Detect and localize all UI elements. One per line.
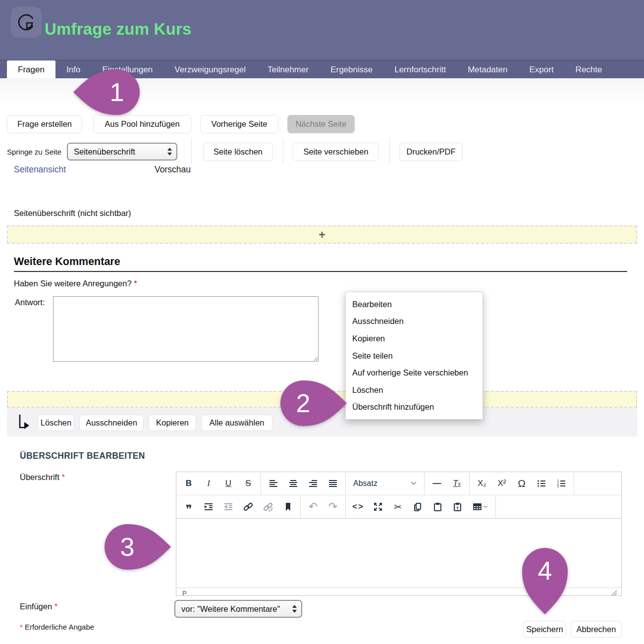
- menu-item-bearbeiten[interactable]: Bearbeiten: [346, 296, 483, 313]
- jump-to-page-select[interactable]: Seitenüberschrift: [67, 143, 177, 161]
- bullet-list-icon[interactable]: [532, 474, 551, 493]
- tab-export[interactable]: Export: [518, 60, 564, 79]
- clear-formatting-x: x: [458, 481, 461, 486]
- delete-page-button[interactable]: Seite löschen: [203, 143, 273, 161]
- anchor-bookmark-icon[interactable]: [278, 497, 298, 517]
- menu-item-ausschneiden[interactable]: Ausschneiden: [346, 313, 483, 330]
- create-question-button[interactable]: Frage erstellen: [7, 115, 82, 133]
- annotation-marker-1: 1: [73, 67, 143, 117]
- add-block-dropzone[interactable]: +: [7, 225, 637, 244]
- previous-page-button[interactable]: Vorherige Seite: [200, 115, 278, 133]
- next-page-button[interactable]: Nächste Seite: [287, 115, 355, 133]
- app-header: Umfrage zum Kurs: [0, 0, 644, 60]
- tab-fragen[interactable]: Fragen: [7, 60, 55, 79]
- question-label: Haben Sie weitere Anregungen?: [14, 279, 132, 288]
- insert-position-select[interactable]: vor: "Weitere Kommentare": [174, 600, 302, 618]
- editor-toolbar-row2: ❞ ↶ ↷: [176, 495, 621, 519]
- page-title: Umfrage zum Kurs: [45, 20, 192, 39]
- indent-icon[interactable]: [199, 497, 218, 517]
- menu-item-kopieren[interactable]: Kopieren: [346, 330, 483, 347]
- tab-verzweigungsregel[interactable]: Verzweigungsregel: [163, 60, 257, 79]
- numbered-list-icon[interactable]: 123: [551, 474, 571, 493]
- annotation-marker-2: 2: [277, 378, 347, 428]
- subtab-vorschau[interactable]: Vorschau: [155, 164, 191, 175]
- menu-item-ueberschrift-hinzufuegen[interactable]: Überschrift hinzufügen: [346, 399, 483, 416]
- menu-item-seite-teilen[interactable]: Seite teilen: [346, 347, 483, 365]
- justify-icon[interactable]: [323, 474, 343, 493]
- add-from-pool-button[interactable]: Aus Pool hinzufügen: [93, 115, 191, 133]
- copy-icon[interactable]: [408, 497, 428, 517]
- tab-lernfortschritt[interactable]: Lernfortschritt: [383, 60, 457, 79]
- section-title: ÜBERSCHRIFT BEARBEITEN: [20, 451, 145, 461]
- outdent-icon[interactable]: [218, 497, 238, 517]
- move-page-button[interactable]: Seite verschieben: [293, 143, 379, 161]
- source-code-icon[interactable]: <>: [348, 497, 368, 517]
- save-button[interactable]: Speichern: [523, 621, 566, 638]
- page-header-note: Seitenüberschrift (nicht sichtbar): [14, 209, 131, 218]
- tab-rechte[interactable]: Rechte: [565, 60, 613, 79]
- app-logo[interactable]: [11, 7, 42, 38]
- paste-icon[interactable]: [428, 497, 447, 517]
- required-asterisk: *: [61, 473, 64, 482]
- tab-teilnehmer[interactable]: Teilnehmer: [257, 60, 320, 79]
- cancel-button[interactable]: Abbrechen: [571, 621, 622, 638]
- required-asterisk: *: [54, 602, 57, 611]
- jump-to-page-value: Seitenüberschrift: [74, 147, 135, 157]
- align-center-icon[interactable]: [283, 474, 303, 493]
- clear-formatting-t: T: [453, 479, 458, 488]
- move-target-arrow-icon: [16, 413, 32, 431]
- subscript-icon[interactable]: X₂: [472, 474, 492, 493]
- menu-item-loeschen[interactable]: Löschen: [346, 381, 483, 399]
- unlink-icon[interactable]: [258, 497, 278, 517]
- answer-textarea[interactable]: [53, 296, 319, 362]
- align-right-icon[interactable]: [303, 474, 323, 493]
- selection-select-all-button[interactable]: Alle auswählen: [201, 415, 272, 431]
- paragraph-format-value: Absatz: [353, 479, 377, 488]
- chevron-down-icon: [483, 505, 488, 508]
- annotation-marker-3: 3: [102, 522, 171, 572]
- select-stepper-icon: [167, 147, 172, 156]
- resize-handle-icon[interactable]: [611, 590, 617, 596]
- menu-item-auf-vorherige-seite[interactable]: Auf vorherige Seite verschieben: [346, 364, 483, 381]
- subtab-seitenansicht[interactable]: Seitenansicht: [14, 164, 66, 175]
- align-left-icon[interactable]: [264, 474, 283, 493]
- underline-icon[interactable]: U: [218, 474, 238, 493]
- clear-formatting-icon[interactable]: Tx: [447, 474, 467, 493]
- svg-text:2: 2: [296, 389, 311, 418]
- special-character-icon[interactable]: Ω: [512, 474, 532, 493]
- question-title: Weitere Kommentare: [14, 256, 120, 268]
- horizontal-rule-icon[interactable]: —: [427, 474, 447, 493]
- tab-ergebnisse[interactable]: Ergebnisse: [320, 60, 383, 79]
- required-note: Erforderliche Angabe: [25, 623, 94, 631]
- cut-icon[interactable]: ✂: [388, 497, 408, 517]
- svg-text:3: 3: [557, 484, 559, 488]
- redo-icon[interactable]: ↷: [323, 497, 343, 517]
- italic-icon[interactable]: I: [199, 474, 218, 493]
- divider: [389, 138, 390, 164]
- fullscreen-icon[interactable]: [368, 497, 388, 517]
- paste-as-text-icon[interactable]: T: [447, 497, 467, 517]
- bold-icon[interactable]: B: [179, 474, 199, 493]
- blockquote-icon[interactable]: ❞: [179, 497, 199, 517]
- insert-field-label: Einfügen: [20, 602, 52, 611]
- selection-cut-button[interactable]: Ausschneiden: [79, 415, 144, 431]
- paragraph-format-dropdown[interactable]: Absatz: [348, 479, 422, 488]
- context-menu: Bearbeiten Ausschneiden Kopieren Seite t…: [345, 292, 483, 420]
- tab-metadaten[interactable]: Metadaten: [457, 60, 518, 79]
- selection-copy-button[interactable]: Kopieren: [149, 415, 196, 431]
- link-icon[interactable]: [238, 497, 258, 517]
- strikethrough-icon[interactable]: S: [238, 474, 258, 493]
- required-asterisk: *: [134, 279, 137, 288]
- heading-field-label: Überschrift: [20, 473, 59, 482]
- print-pdf-button[interactable]: Drucken/PDF: [399, 143, 463, 161]
- select-stepper-icon: [292, 604, 297, 613]
- add-plus-icon[interactable]: +: [8, 228, 636, 242]
- superscript-icon[interactable]: X²: [492, 474, 512, 493]
- svg-text:3: 3: [120, 533, 135, 561]
- svg-text:T: T: [456, 506, 459, 511]
- editor-element-path: P: [182, 590, 187, 597]
- selection-delete-button[interactable]: Löschen: [38, 415, 74, 431]
- undo-icon[interactable]: ↶: [303, 497, 323, 517]
- table-icon[interactable]: [467, 497, 493, 517]
- svg-text:4: 4: [538, 556, 552, 585]
